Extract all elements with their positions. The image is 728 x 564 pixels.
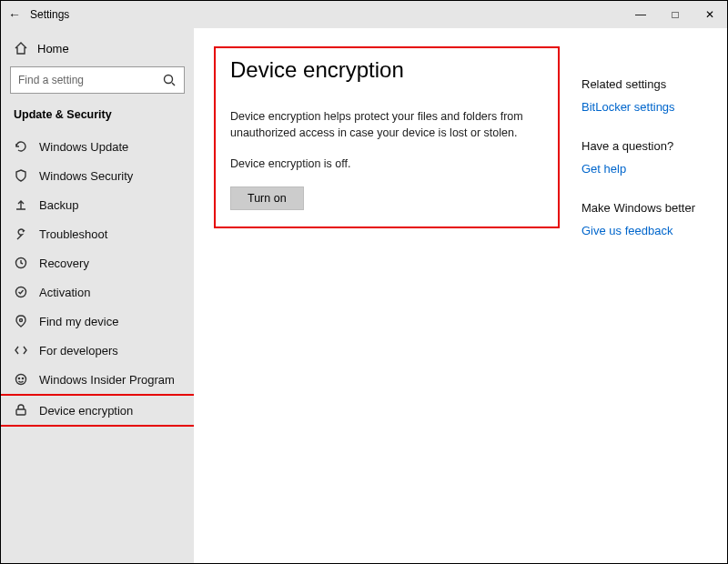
page-title: Device encryption xyxy=(230,57,543,83)
developer-icon xyxy=(14,343,28,358)
sidebar-item-label: Recovery xyxy=(39,257,89,270)
get-help-link[interactable]: Get help xyxy=(581,162,707,176)
bitlocker-settings-link[interactable]: BitLocker settings xyxy=(581,100,707,114)
sidebar-item-device-encryption[interactable]: Device encryption xyxy=(0,394,196,427)
sidebar-item-troubleshoot[interactable]: Troubleshoot xyxy=(1,219,194,248)
sidebar-item-recovery[interactable]: Recovery xyxy=(1,248,194,277)
sidebar-item-label: Device encryption xyxy=(39,404,133,418)
encryption-icon xyxy=(14,403,28,418)
svg-point-5 xyxy=(18,378,19,378)
sidebar-item-label: Troubleshoot xyxy=(39,227,107,241)
sidebar-item-label: Windows Insider Program xyxy=(39,373,175,387)
svg-point-0 xyxy=(165,76,173,84)
sidebar: Home Find a setting Update & Security Wi… xyxy=(1,28,194,563)
home-icon xyxy=(14,41,28,55)
svg-point-4 xyxy=(16,375,26,385)
search-icon xyxy=(162,73,177,87)
location-icon xyxy=(14,314,28,328)
update-icon xyxy=(14,139,28,154)
back-button[interactable]: ← xyxy=(1,7,28,22)
have-question-heading: Have a question? xyxy=(581,139,707,153)
sidebar-item-label: For developers xyxy=(39,344,118,358)
sidebar-item-label: Find my device xyxy=(39,315,118,328)
recovery-icon xyxy=(14,256,28,270)
sidebar-item-label: Home xyxy=(37,42,69,55)
backup-icon xyxy=(14,197,28,212)
search-input[interactable]: Find a setting xyxy=(10,66,185,94)
encryption-description: Device encryption helps protect your fil… xyxy=(230,108,540,141)
sidebar-item-find-my-device[interactable]: Find my device xyxy=(1,307,194,336)
sidebar-item-label: Windows Security xyxy=(39,169,133,183)
sidebar-item-windows-security[interactable]: Windows Security xyxy=(1,161,194,190)
sidebar-item-label: Activation xyxy=(39,286,90,299)
sidebar-item-for-developers[interactable]: For developers xyxy=(1,336,194,365)
check-circle-icon xyxy=(14,285,28,299)
insider-icon xyxy=(14,372,28,387)
turn-on-button[interactable]: Turn on xyxy=(230,186,304,210)
highlighted-content-box: Device encryption Device encryption help… xyxy=(214,46,560,228)
svg-point-6 xyxy=(22,378,23,378)
make-windows-better-heading: Make Windows better xyxy=(581,201,707,215)
sidebar-item-activation[interactable]: Activation xyxy=(1,277,194,307)
sidebar-item-label: Backup xyxy=(39,198,78,212)
sidebar-item-windows-insider[interactable]: Windows Insider Program xyxy=(1,365,194,394)
svg-point-3 xyxy=(20,319,23,322)
related-settings-heading: Related settings xyxy=(581,77,707,91)
sidebar-item-home[interactable]: Home xyxy=(1,35,194,61)
encryption-status: Device encryption is off. xyxy=(230,156,540,172)
minimize-button[interactable]: — xyxy=(623,1,658,28)
wrench-icon xyxy=(14,227,28,241)
close-button[interactable]: ✕ xyxy=(693,1,727,28)
maximize-button[interactable]: □ xyxy=(658,1,693,28)
window-title: Settings xyxy=(28,8,69,21)
shield-icon xyxy=(14,168,28,183)
sidebar-section-label: Update & Security xyxy=(1,103,194,132)
sidebar-item-label: Windows Update xyxy=(39,140,128,154)
sidebar-item-backup[interactable]: Backup xyxy=(1,190,194,219)
give-feedback-link[interactable]: Give us feedback xyxy=(581,224,707,237)
sidebar-item-windows-update[interactable]: Windows Update xyxy=(1,132,194,161)
svg-rect-7 xyxy=(16,409,25,415)
search-placeholder: Find a setting xyxy=(18,74,162,86)
